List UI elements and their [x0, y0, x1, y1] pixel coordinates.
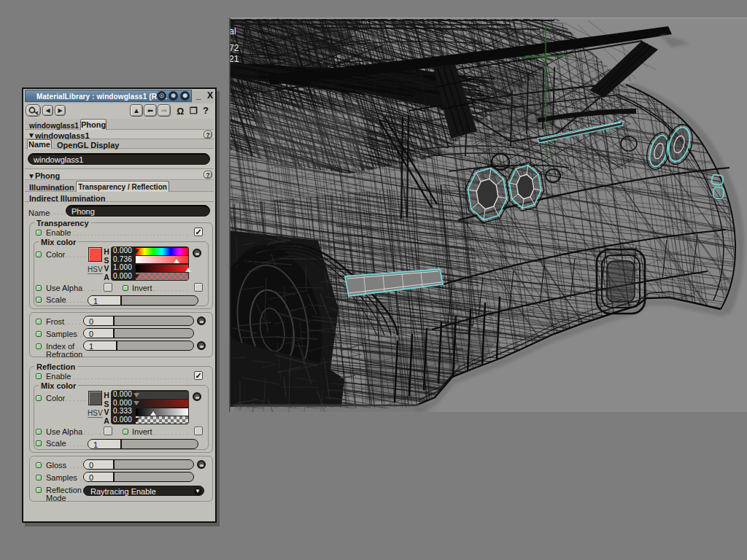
svg-text:72: 72 [229, 43, 239, 53]
svg-text:21: 21 [229, 54, 239, 64]
